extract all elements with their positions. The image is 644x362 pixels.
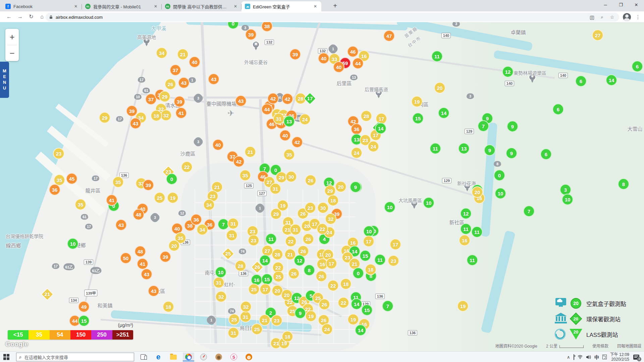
map-marker[interactable]: 31	[227, 218, 239, 229]
address-bar[interactable]: airbox.edimaxcloud.com 文 ⌕ ☆	[46, 13, 619, 21]
map-marker[interactable]: 22	[327, 280, 339, 291]
map-marker[interactable]: 34	[156, 47, 167, 59]
edge-taskbar-icon[interactable]: e	[153, 353, 164, 361]
map-marker[interactable]: 23	[53, 148, 64, 159]
minimize-button[interactable]: ─	[598, 0, 613, 10]
map-marker[interactable]: 31	[273, 113, 284, 124]
map-marker[interactable]: 31	[270, 183, 281, 194]
map-marker[interactable]: 18	[327, 195, 339, 206]
map-marker[interactable]: 10	[423, 197, 434, 208]
map-marker[interactable]: 34	[203, 199, 215, 210]
map-marker[interactable]: 40	[333, 61, 344, 73]
map-marker[interactable]: 29	[159, 91, 170, 102]
map-marker[interactable]: 43	[141, 268, 152, 280]
map-marker[interactable]: 40	[318, 53, 329, 64]
map-marker[interactable]: 48	[135, 246, 146, 257]
blender-taskbar-icon[interactable]: ◍	[243, 353, 255, 361]
map-marker[interactable]: 32	[215, 291, 227, 302]
map-marker[interactable]: 26	[165, 78, 176, 90]
map-marker[interactable]: 34	[197, 224, 208, 235]
zoom-out-button[interactable]: −	[5, 45, 19, 61]
map-marker[interactable]: 12	[460, 208, 472, 219]
map-marker[interactable]: 39	[126, 105, 138, 117]
map-marker[interactable]: 39	[160, 251, 171, 262]
map-marker[interactable]: 0	[494, 170, 505, 181]
map-marker[interactable]: 18	[151, 110, 162, 121]
map-marker[interactable]: 41	[137, 258, 148, 269]
map-marker[interactable]: 44	[261, 104, 273, 115]
map-marker[interactable]: 18	[365, 264, 376, 275]
map-marker[interactable]: 39	[174, 96, 185, 107]
map-marker[interactable]: 14	[375, 123, 386, 134]
map-marker[interactable]: 49	[78, 301, 90, 312]
map-marker[interactable]: 31	[228, 327, 239, 339]
restore-button[interactable]: ❐	[613, 0, 629, 10]
map-marker[interactable]: 23	[305, 202, 316, 214]
map-marker[interactable]: 7	[523, 205, 535, 217]
map-marker[interactable]: 44	[352, 58, 364, 69]
map-marker[interactable]: 15	[361, 304, 373, 316]
map-marker[interactable]: 23	[248, 235, 259, 246]
map-marker[interactable]: 8	[304, 264, 315, 276]
map-marker[interactable]: 21	[177, 49, 189, 60]
map-marker[interactable]: 11	[374, 254, 386, 265]
air-quality-map[interactable]: ♣▣▣▣▣♣✈ 大甲溪高美濕地外埔忘憂谷后里區后豐鐵馬道卓蘭鎮東勢林場遊樂區苗栗…	[0, 22, 644, 351]
map-marker[interactable]: 26	[305, 175, 316, 186]
map-marker[interactable]: 23	[388, 255, 399, 266]
map-marker[interactable]: 25	[228, 314, 240, 325]
map-marker[interactable]: 30	[285, 171, 297, 182]
map-marker[interactable]: 9	[506, 147, 517, 159]
back-icon[interactable]: ←	[5, 13, 13, 21]
tab-close-icon[interactable]: ✕	[73, 4, 78, 9]
map-marker[interactable]: 11	[471, 226, 483, 238]
map-marker[interactable]: 22	[181, 161, 193, 173]
map-marker[interactable]: 24	[351, 147, 362, 159]
map-marker[interactable]: 0	[166, 173, 177, 185]
map-marker[interactable]: 6	[552, 104, 564, 115]
tab-close-icon[interactable]: ✕	[313, 4, 318, 9]
map-marker[interactable]: 19	[411, 96, 423, 107]
map-marker[interactable]: 11	[431, 51, 443, 62]
map-marker[interactable]: 12	[502, 66, 514, 77]
map-marker[interactable]: 19	[167, 192, 178, 203]
map-marker[interactable]: 10	[67, 238, 78, 249]
menu-tab[interactable]: MENU	[0, 62, 9, 98]
map-marker[interactable]: 15	[261, 274, 273, 285]
map-marker[interactable]: 43	[235, 95, 247, 107]
map-marker[interactable]: 36	[191, 214, 202, 225]
map-marker[interactable]: 22	[317, 223, 328, 235]
map-marker[interactable]: 20	[434, 82, 445, 94]
map-marker[interactable]: 7	[382, 300, 393, 312]
map-marker[interactable]: 28	[235, 260, 246, 272]
map-marker[interactable]: 24	[299, 114, 311, 125]
map-marker[interactable]: 14	[606, 74, 617, 86]
map-marker[interactable]: 19	[347, 314, 359, 325]
map-marker[interactable]: 28	[272, 249, 283, 260]
map-marker[interactable]: 20	[335, 181, 346, 192]
map-marker[interactable]: 36	[49, 184, 60, 195]
map-marker[interactable]: 19	[457, 300, 469, 312]
map-marker[interactable]: 9	[484, 144, 495, 156]
tab-close-icon[interactable]: ✕	[233, 4, 238, 9]
map-marker[interactable]: 31	[290, 224, 301, 235]
map-marker[interactable]: 26	[303, 233, 314, 245]
map-marker[interactable]: 8	[618, 178, 629, 190]
map-marker[interactable]: 14	[351, 298, 362, 310]
map-marker[interactable]: 40	[189, 56, 200, 68]
map-marker[interactable]: 45	[66, 173, 77, 184]
map-marker[interactable]: 24	[368, 141, 379, 152]
clock[interactable]: 下午 12:09 2020/2/15	[610, 352, 629, 362]
browser-tab[interactable]: 01開學後 高中以下由教部供給口罩✕	[162, 1, 241, 11]
task-view-taskbar-icon[interactable]	[138, 353, 149, 361]
camera-pin-icon[interactable]: ▣	[252, 41, 260, 50]
map-marker[interactable]: 35	[112, 176, 124, 188]
report-error-link[interactable]: 回報地圖錯誤	[617, 343, 641, 349]
tray-chevron-icon[interactable]: ∧	[567, 355, 570, 360]
volume-icon[interactable]	[586, 355, 591, 359]
dial-taskbar-icon[interactable]	[198, 353, 209, 361]
map-marker[interactable]: 20	[168, 240, 180, 251]
design-tool-taskbar-icon[interactable]: S	[228, 353, 239, 361]
map-marker[interactable]: 26	[319, 299, 330, 310]
map-marker[interactable]: 39	[143, 179, 154, 191]
zoom-icon[interactable]: ⌕	[598, 13, 606, 21]
